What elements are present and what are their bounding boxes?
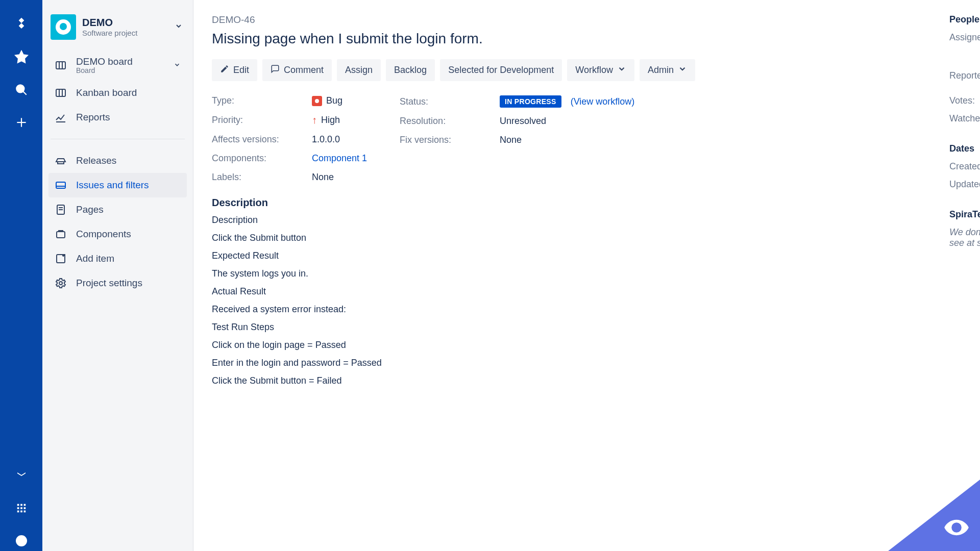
create-icon[interactable] [11,112,32,133]
svg-rect-4 [17,504,19,506]
bug-icon [312,96,322,106]
sidebar-item-label: Releases [76,155,116,166]
spira-line: We don [949,227,980,238]
field-fix-versions: Fix versions: None [400,135,634,145]
releases-icon [55,155,67,167]
svg-rect-21 [56,182,65,188]
project-header[interactable]: DEMO Software project [48,12,187,48]
star-icon[interactable] [11,47,32,67]
sidebar-divider [51,139,185,139]
desc-line: Expected Result [212,251,962,261]
sidebar-item-reports[interactable]: Reports [48,105,187,130]
add-item-icon [55,253,67,265]
field-labels: Labels: None [212,172,367,183]
desc-line: Enter in the login and password = Passed [212,358,962,368]
main-content: DEMO-46 Missing page when I submit the l… [193,0,980,551]
search-icon[interactable] [11,80,32,100]
svg-rect-10 [17,511,19,513]
project-name: DEMO [82,17,137,29]
svg-rect-7 [17,507,19,509]
sidebar-item-label: Kanban board [76,87,137,98]
reporter-label: Reporter [949,70,980,81]
eye-icon[interactable] [943,514,970,543]
desc-line: Test Run Steps [212,322,962,333]
help-icon[interactable] [11,531,32,551]
board-icon [55,59,67,71]
svg-rect-12 [23,511,26,513]
chevron-down-icon[interactable] [175,22,183,32]
desc-line: Click the Submit button [212,233,962,243]
gear-icon [55,277,67,289]
components-icon [55,228,67,240]
description-section: Description Description Click the Submit… [212,197,962,386]
sidebar-item-label: Add item [76,253,114,264]
spira-heading: SpiraTest [949,209,980,220]
chevron-down-icon [617,64,626,76]
pages-icon [55,204,67,216]
desc-line: Click the Submit button = Failed [212,375,962,386]
project-sidebar: DEMO Software project DEMO board Board K… [42,0,193,551]
svg-point-14 [21,543,22,544]
field-status: Status: IN PROGRESS (View workflow) [400,95,634,108]
sidebar-item-settings[interactable]: Project settings [48,271,187,295]
board-title: DEMO board [76,56,133,67]
svg-rect-15 [56,62,65,69]
reports-icon [55,111,67,123]
sidebar-item-add[interactable]: Add item [48,246,187,271]
svg-point-31 [954,525,960,531]
admin-button[interactable]: Admin [640,59,695,81]
sidebar-item-label: Components [76,229,131,240]
kanban-icon [55,87,67,99]
edit-button[interactable]: Edit [212,59,257,81]
component-link[interactable]: Component 1 [312,153,367,164]
sidebar-item-releases[interactable]: Releases [48,148,187,173]
sidebar-item-label: Reports [76,112,110,123]
sidebar-item-board[interactable]: DEMO board Board [48,50,187,81]
right-panel: People Assignee Reporter Votes: Watchers… [949,14,980,248]
jira-logo-icon[interactable] [11,14,32,35]
svg-rect-11 [20,511,22,513]
updated-label: Updated [949,179,980,190]
desc-line: Description [212,215,962,226]
svg-rect-8 [20,507,22,509]
comment-icon [271,64,280,76]
dates-heading: Dates [949,143,980,154]
issue-title: Missing page when I submit the login for… [212,31,962,47]
sidebar-item-issues[interactable]: Issues and filters [48,173,187,197]
field-components: Components: Component 1 [212,153,367,164]
backlog-button[interactable]: Backlog [386,59,435,81]
description-heading: Description [212,197,962,209]
sidebar-item-pages[interactable]: Pages [48,197,187,222]
desc-line: Received a system error instead: [212,304,962,315]
chevron-down-icon [678,64,687,76]
issues-icon [55,179,67,191]
field-affects: Affects versions: 1.0.0.0 [212,134,367,145]
sidebar-item-kanban[interactable]: Kanban board [48,81,187,105]
issue-key[interactable]: DEMO-46 [212,14,962,26]
svg-point-30 [59,282,62,285]
comment-button[interactable]: Comment [262,59,332,81]
sidebar-item-label: Project settings [76,278,142,289]
desc-line: Click on the login page = Passed [212,340,962,350]
apps-icon[interactable] [11,498,32,518]
notification-icon[interactable] [11,465,32,486]
sidebar-item-label: Pages [76,204,104,215]
assignee-label: Assignee [949,32,980,43]
svg-rect-5 [20,504,22,506]
view-workflow-link[interactable]: (View workflow) [571,96,635,107]
assign-button[interactable]: Assign [337,59,381,81]
chevron-down-icon[interactable] [174,60,181,71]
workflow-button[interactable]: Workflow [567,59,634,81]
project-subtitle: Software project [82,29,137,37]
created-label: Created [949,161,980,172]
people-heading: People [949,14,980,25]
svg-rect-26 [57,232,65,238]
sidebar-item-components[interactable]: Components [48,222,187,246]
field-type: Type: Bug [212,95,367,106]
selected-dev-button[interactable]: Selected for Development [440,59,562,81]
board-subtitle: Board [76,66,133,74]
svg-rect-18 [56,89,65,96]
global-nav [0,0,42,551]
svg-line-1 [23,91,27,95]
svg-point-0 [16,85,24,92]
